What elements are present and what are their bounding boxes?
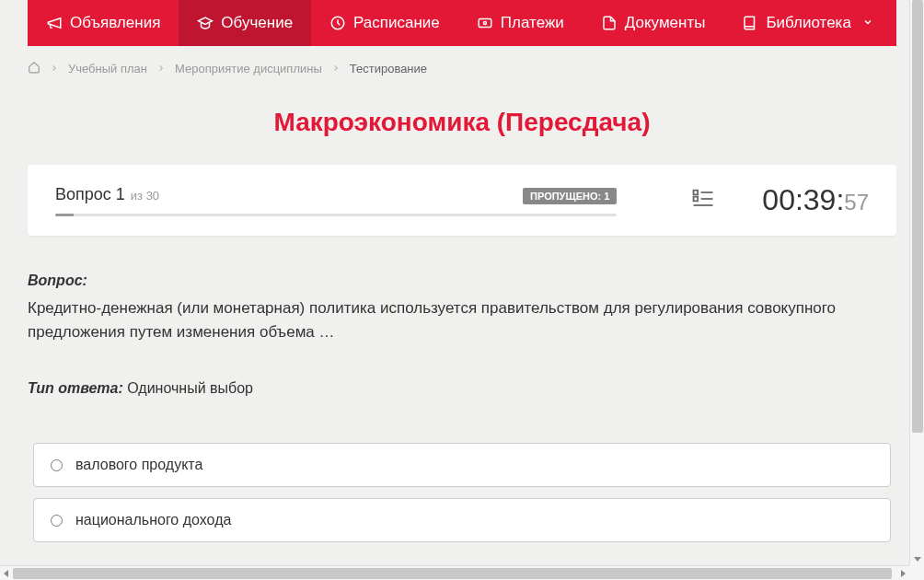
nav-label: Библиотека — [766, 14, 850, 32]
question-list-button[interactable] — [690, 186, 716, 215]
progress-fill — [55, 214, 74, 216]
chevron-down-icon — [862, 14, 873, 32]
question-body: Вопрос: Кредитно-денежная (или монетарна… — [28, 273, 896, 542]
chevron-right-icon — [331, 62, 341, 75]
vertical-scrollbar[interactable] — [909, 0, 924, 565]
breadcrumb: Учебный план Мероприятие дисциплины Тест… — [0, 46, 924, 91]
nav-label: Объявления — [70, 14, 160, 32]
timer: 00:39:57 — [762, 183, 869, 217]
question-text: Кредитно-денежная (или монетарная) полит… — [28, 296, 896, 343]
scroll-down-arrow-icon[interactable] — [914, 557, 921, 562]
question-progress: Вопрос 1 из 30 ПРОПУЩЕНО: 1 — [55, 185, 617, 216]
answer-text: национального дохода — [75, 512, 231, 528]
progress-bar — [55, 214, 617, 216]
answer-type-value: Одиночный выбор — [123, 380, 253, 396]
svg-rect-3 — [694, 190, 699, 194]
graduation-cap-icon — [197, 15, 214, 31]
status-card: Вопрос 1 из 30 ПРОПУЩЕНО: 1 00:39:57 — [28, 165, 896, 236]
nav-library[interactable]: Библиотека — [723, 0, 891, 46]
timer-main: 00:39: — [762, 183, 844, 217]
answer-text: валового продукта — [75, 457, 202, 473]
chevron-right-icon — [50, 62, 59, 75]
breadcrumb-home[interactable] — [28, 61, 40, 76]
breadcrumb-curriculum[interactable]: Учебный план — [68, 62, 147, 75]
nav-label: Расписание — [353, 14, 440, 32]
svg-point-2 — [483, 22, 486, 25]
breadcrumb-discipline-event[interactable]: Мероприятие дисциплины — [175, 62, 322, 75]
question-number: Вопрос 1 — [55, 185, 125, 204]
breadcrumb-testing: Тестирование — [350, 62, 427, 75]
scroll-right-arrow-icon[interactable] — [901, 570, 906, 577]
nav-education[interactable]: Обучение — [179, 0, 311, 46]
nav-label: Платежи — [501, 14, 564, 32]
nav-schedule[interactable]: Расписание — [311, 0, 458, 46]
megaphone-icon — [46, 15, 63, 31]
nav-label: Документы — [625, 14, 706, 32]
svg-rect-1 — [479, 19, 491, 28]
document-icon — [601, 15, 618, 31]
horizontal-scrollbar[interactable] — [0, 565, 909, 580]
clock-icon — [329, 15, 346, 31]
nav-label: Обучение — [221, 14, 293, 32]
payment-icon — [477, 15, 493, 31]
answers-list: валового продукта национального дохода — [33, 443, 891, 542]
chevron-right-icon — [156, 62, 166, 75]
answer-radio[interactable] — [51, 459, 63, 471]
nav-announcements[interactable]: Объявления — [28, 0, 179, 46]
answer-type-row: Тип ответа: Одиночный выбор — [28, 380, 896, 397]
skipped-badge: ПРОПУЩЕНО: 1 — [523, 188, 617, 204]
horizontal-scrollbar-thumb[interactable] — [13, 568, 892, 579]
svg-rect-5 — [694, 196, 699, 201]
timer-seconds: 57 — [844, 190, 869, 215]
answer-option[interactable]: национального дохода — [33, 498, 891, 542]
answer-option[interactable]: валового продукта — [33, 443, 891, 487]
vertical-scrollbar-thumb[interactable] — [912, 0, 923, 433]
answer-radio[interactable] — [51, 515, 63, 527]
question-heading: Вопрос: — [28, 273, 896, 289]
nav-payments[interactable]: Платежи — [458, 0, 583, 46]
answer-type-label: Тип ответа: — [28, 380, 123, 396]
question-total: из 30 — [131, 189, 159, 203]
page-title: Макроэкономика (Пересдача) — [0, 108, 924, 137]
scrollbar-corner — [909, 565, 924, 580]
book-icon — [742, 15, 758, 31]
list-icon — [690, 186, 716, 212]
nav-documents[interactable]: Документы — [583, 0, 724, 46]
home-icon — [28, 61, 40, 74]
main-navbar: Объявления Обучение Расписание Платежи Д… — [28, 0, 896, 46]
scroll-left-arrow-icon[interactable] — [4, 570, 8, 577]
